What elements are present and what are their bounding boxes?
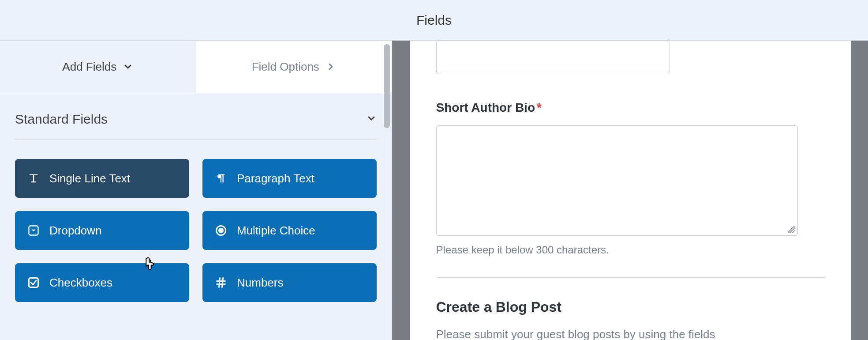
form-preview: Short Author Bio* Please keep it below 3… <box>392 41 868 340</box>
scrollbar-thumb[interactable] <box>384 44 390 128</box>
field-button-single-line-text[interactable]: Single Line Text <box>15 159 189 198</box>
form-card: Short Author Bio* Please keep it below 3… <box>410 41 851 340</box>
field-button-label: Checkboxes <box>49 276 112 290</box>
hash-icon <box>215 276 227 289</box>
field-label-bio: Short Author Bio* <box>436 101 824 115</box>
text-cursor-icon <box>27 172 40 185</box>
section-title-blog: Create a Blog Post <box>436 299 824 315</box>
page-title-text: Fields <box>416 13 452 28</box>
bio-textarea[interactable] <box>436 125 798 236</box>
field-button-label: Paragraph Text <box>237 172 314 185</box>
tab-add-fields-label: Add Fields <box>62 60 116 74</box>
svg-line-7 <box>222 278 223 287</box>
field-label-text: Short Author Bio <box>436 101 535 114</box>
chevron-right-icon <box>326 61 336 72</box>
field-button-label: Numbers <box>237 276 283 290</box>
field-button-label: Dropdown <box>49 224 102 238</box>
section-description: Please submit your guest blog posts by u… <box>436 328 824 340</box>
section-header-label: Standard Fields <box>15 112 108 127</box>
section-header-standard-fields[interactable]: Standard Fields <box>15 112 377 140</box>
svg-line-6 <box>219 278 220 287</box>
tab-field-options[interactable]: Field Options <box>196 41 392 93</box>
sidebar-tabs: Add Fields Field Options <box>0 41 392 93</box>
text-input[interactable] <box>436 41 670 74</box>
tab-field-options-label: Field Options <box>252 60 319 74</box>
field-button-label: Multiple Choice <box>237 224 315 238</box>
section-divider <box>436 277 824 278</box>
field-button-numbers[interactable]: Numbers <box>202 263 377 302</box>
svg-rect-3 <box>29 278 38 287</box>
tab-add-fields[interactable]: Add Fields <box>0 41 196 93</box>
svg-point-2 <box>219 228 223 232</box>
field-button-checkboxes[interactable]: Checkboxes <box>15 263 189 302</box>
required-asterisk: * <box>537 101 542 114</box>
field-button-label: Single Line Text <box>49 172 130 185</box>
radio-icon <box>215 224 227 237</box>
field-button-paragraph-text[interactable]: Paragraph Text <box>202 159 377 198</box>
field-button-multiple-choice[interactable]: Multiple Choice <box>202 211 377 250</box>
chevron-down-icon <box>123 61 133 72</box>
page-title: Fields <box>0 0 868 41</box>
pilcrow-icon <box>215 172 227 185</box>
field-button-dropdown[interactable]: Dropdown <box>15 211 189 250</box>
sidebar-panel: Add Fields Field Options Standard Fields <box>0 41 392 340</box>
caret-down-square-icon <box>27 224 40 237</box>
field-helper-text: Please keep it below 300 characters. <box>436 244 824 256</box>
checkbox-icon <box>27 276 40 289</box>
chevron-down-icon <box>366 112 377 127</box>
